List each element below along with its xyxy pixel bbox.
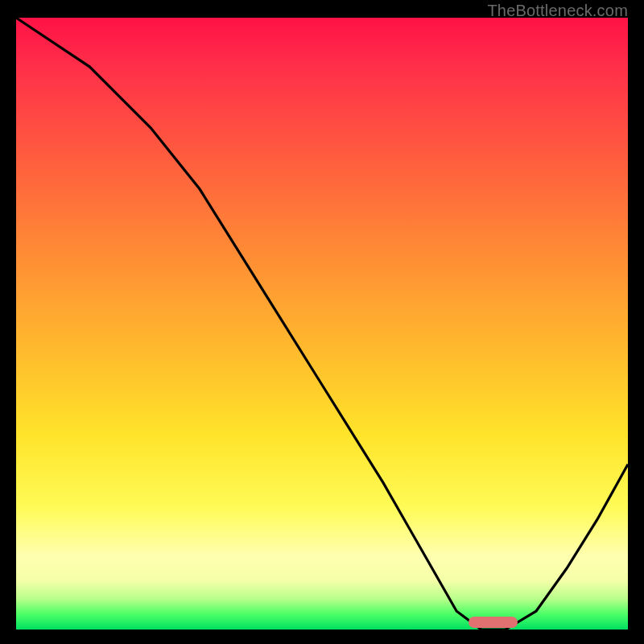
bottleneck-curve [16, 18, 628, 630]
curve-path [16, 18, 628, 630]
optimal-range-marker [469, 617, 518, 628]
chart-frame [16, 18, 628, 630]
